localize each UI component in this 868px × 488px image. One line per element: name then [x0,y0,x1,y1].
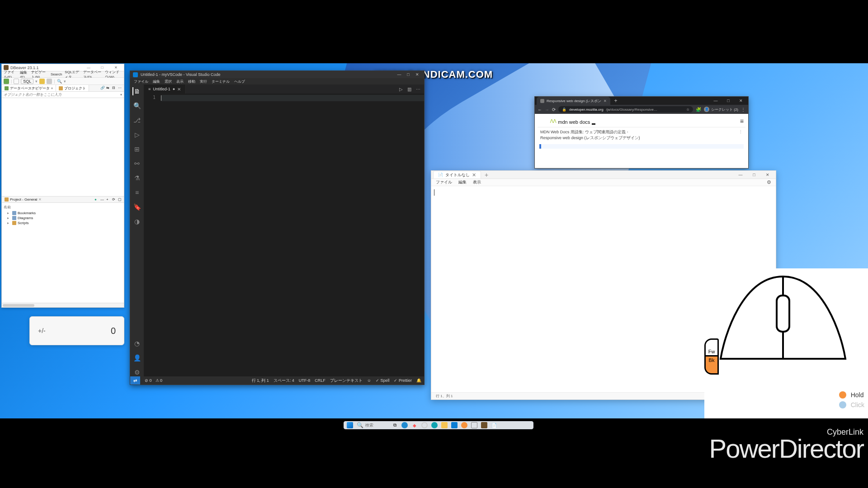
dbeaver-window[interactable]: DBeaver 23.1.1 — □ ✕ ファイル(F) 編集(E) ナビゲート… [1,64,124,308]
gear-icon[interactable]: ⚙ [767,179,771,185]
db-filter-row[interactable]: ▾ [2,92,124,98]
mdn-logo[interactable]: /\/\ mdn web docs [550,118,595,125]
vs-menu-help[interactable]: ヘルプ [234,79,245,84]
reader-icon[interactable]: 🧩 [696,107,701,112]
vs-menu-run[interactable]: 実行 [200,79,207,84]
refresh-icon[interactable]: ⟳ [112,197,117,202]
eol[interactable]: CRLF [315,378,326,383]
sql-btn[interactable] [14,79,19,84]
dbeaver-project-tree[interactable]: 名前 ▸ Bookmarks ▸ Diagrams ▸ Scripts [2,203,124,303]
breadcrumb-parent[interactable]: MDN Web Docs 用語集: ウェブ関連用語の定義 [540,130,626,134]
chrome-window[interactable]: Responsive web design (レスポン ✕ + — □ ✕ ← … [534,96,749,169]
notepad-tab-close-icon[interactable]: ✕ [472,172,476,178]
expand-icon[interactable]: ▸ [7,221,11,225]
vs-menu-file[interactable]: ファイル [134,79,148,84]
remote-button[interactable]: ⇄ [130,376,140,385]
notepad-tab[interactable]: 📄 タイトルなし ✕ [433,171,481,178]
dbeaver-menubar[interactable]: ファイル(F) 編集(E) ナビゲート(N) Search SQLエディタ デー… [2,71,124,78]
node-diagrams[interactable]: ▸ Diagrams [4,216,122,221]
feedback-icon[interactable]: ☺ [367,378,371,383]
vscode-window[interactable]: Untitled-1 - myVSCode - Visual Studio Co… [130,70,425,385]
reload-icon[interactable]: ⟳ [552,107,556,112]
settings-icon[interactable]: ⚙ [133,368,141,376]
search-icon[interactable]: 🔍 [57,79,62,84]
vscode-activity-bar[interactable]: 🗎 🔍 ⎇ ▷ ⊞ ⚯ ⚗ ≡ 🔖 ◑ ◔ 👤 ⚙ [130,84,144,376]
calc-taskbar-icon[interactable] [471,422,477,428]
np-menu-edit[interactable]: 編集 [458,179,467,185]
run-icon[interactable]: ▷ [399,87,403,92]
encoding[interactable]: UTF-8 [299,378,311,383]
chrome-tab[interactable]: Responsive web design (レスポン ✕ [537,97,610,105]
problems-warnings[interactable]: ⚠ 0 [156,378,163,383]
indent[interactable]: スペース: 4 [274,378,294,384]
db-nav-body[interactable] [2,98,124,196]
split-icon[interactable]: ▥ [407,87,411,92]
bookmark-icon[interactable]: 🔖 [133,203,141,211]
taskbar-search[interactable]: 🔍 [357,422,388,428]
todo-icon[interactable]: ◑ [133,217,141,225]
vscode-minimize[interactable]: — [395,72,403,77]
app-orange-icon[interactable] [461,422,467,428]
project-tab[interactable]: プロジェクト [56,85,89,91]
profile-icon[interactable]: ◔ [133,339,141,347]
vscode-taskbar-icon[interactable] [451,422,458,428]
db-ext-icon[interactable]: ≡ [133,188,141,197]
db-nav-tab[interactable]: データベースナビゲータ ▾ [2,85,56,91]
filter-dropdown-icon[interactable]: ▾ [120,93,122,97]
run-debug-icon[interactable]: ▷ [133,131,141,139]
notifications-icon[interactable]: 🔔 [416,378,421,383]
problems-errors[interactable]: ⊘ 0 [145,378,152,383]
sidebar-toggle-icon[interactable] [539,119,544,123]
prettier[interactable]: Prettier [394,378,412,383]
vs-menu-select[interactable]: 選択 [165,79,172,84]
chrome-maximize[interactable]: □ [723,99,734,103]
vscode-menubar[interactable]: ファイル 編集 選択 表示 移動 実行 ターミナル ヘルプ [130,78,424,84]
connect-icon[interactable] [4,79,9,84]
calculator-fragment[interactable]: +/- 0 [29,316,124,345]
address-bar[interactable]: 🔒 developer.mozilla.org /ja/docs/Glossar… [558,106,693,113]
notepad-taskbar-icon[interactable]: 📄 [491,422,497,428]
menu-search[interactable]: Search [51,72,62,76]
menu-icon[interactable]: ⋯ [118,86,123,90]
vs-menu-edit[interactable]: 編集 [153,79,160,84]
taskbar-search-input[interactable] [365,423,388,427]
collapse-icon[interactable]: ⊟ [112,86,117,90]
chrome-close[interactable]: ✕ [736,99,746,103]
close-tab-icon[interactable]: ✕ [177,87,181,92]
vscode-titlebar[interactable]: Untitled-1 - myVSCode - Visual Studio Co… [130,71,424,78]
vscode-editor[interactable]: 1 [144,94,424,376]
notepad-maximize[interactable]: □ [748,173,760,177]
project-general-tab[interactable]: Project - General ✕ [2,197,44,202]
dbeaver-toolbar[interactable]: | SQL ▾ | 🔍 ▾ [2,78,124,85]
dbeaver-hscroll[interactable] [2,303,124,307]
start-button[interactable] [347,422,353,428]
db-filter-input[interactable] [4,93,122,97]
node-scripts[interactable]: ▸ Scripts [4,221,122,225]
link-icon[interactable]: 🔗 [100,86,105,90]
expand-icon[interactable]: ▸ [7,211,11,215]
testing-icon[interactable]: ⚗ [133,174,141,182]
chrome-menu-icon[interactable]: ⋮ [741,107,745,112]
vscode-tabs[interactable]: ≡ Untitled-1 ● ✕ ▷ ▥ ⋯ [144,84,424,94]
notepad-menubar[interactable]: ファイル 編集 表示 ⚙ [431,179,776,186]
back-icon[interactable]: ← [538,107,542,112]
chrome-tabstrip[interactable]: Responsive web design (レスポン ✕ + — □ ✕ [535,97,748,105]
notepad-close[interactable]: ✕ [761,173,774,177]
explorer-icon[interactable]: 🗎 [132,87,141,95]
accounts-icon[interactable]: 👤 [133,354,141,362]
brave-icon[interactable]: ◆ [411,422,418,428]
np-menu-file[interactable]: ファイル [436,179,452,185]
explorer-icon[interactable] [441,422,448,428]
dbeaver-taskbar-icon[interactable] [481,422,487,428]
language-mode[interactable]: プレーンテキスト [330,378,363,384]
chrome-toolbar[interactable]: ← → ⟳ 🔒 developer.mozilla.org /ja/docs/G… [535,105,748,114]
notepad-minimize[interactable]: — [734,173,747,177]
hamburger-icon[interactable]: ≡ [740,117,744,125]
article-actions-icon[interactable]: ⋮ [739,129,743,141]
remote-icon[interactable]: ⚯ [133,160,141,168]
edge-icon[interactable] [401,422,408,428]
node-bookmarks[interactable]: ▸ Bookmarks [4,211,122,216]
view-icon[interactable]: ⇆ [106,86,111,90]
rollback-icon[interactable] [47,79,52,84]
cursor-pos[interactable]: 行 1, 列 1 [252,378,269,384]
